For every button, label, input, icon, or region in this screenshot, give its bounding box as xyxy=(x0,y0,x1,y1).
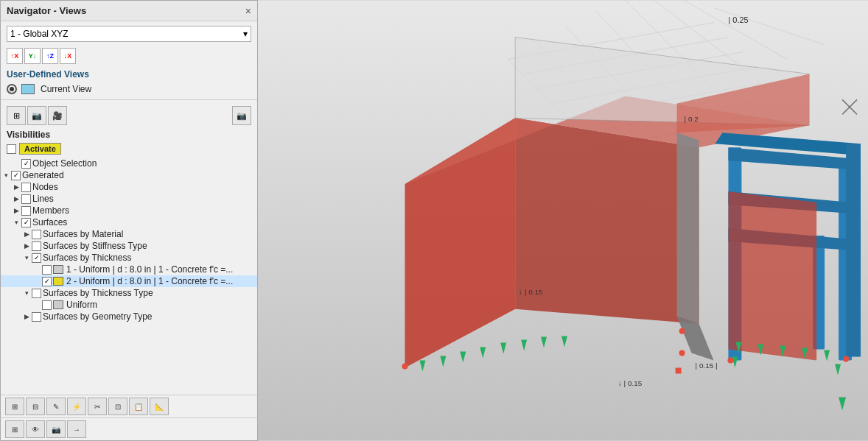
checkbox-surf-by-mat[interactable] xyxy=(32,230,41,239)
axis-y-btn[interactable]: Y↓ xyxy=(24,48,41,64)
swatch-uniform xyxy=(53,300,63,309)
svg-rect-60 xyxy=(676,368,682,374)
arrow-nodes[interactable]: ▶ xyxy=(11,182,21,192)
bt-btn-3[interactable]: ✎ xyxy=(46,398,66,415)
bt-btn-2[interactable]: ⊟ xyxy=(26,398,45,415)
checkbox-surf-by-geom[interactable] xyxy=(32,312,41,322)
panel-titlebar: Navigator - Views × xyxy=(1,1,257,21)
current-view-row[interactable]: Current View xyxy=(1,82,257,96)
view-selector-value: 1 - Global XYZ xyxy=(10,29,69,39)
arrow-surf-by-thick[interactable]: ▾ xyxy=(21,253,32,263)
activate-button[interactable]: Activate xyxy=(19,143,61,155)
axis-x-minus-btn[interactable]: ↓X xyxy=(60,48,76,64)
tree-item-nodes[interactable]: ▶ Nodes xyxy=(1,181,257,193)
no-arrow-thick1: ▶ xyxy=(32,264,42,275)
checkbox-generated[interactable] xyxy=(11,171,21,180)
svg-text:| 0.15 |: | 0.15 | xyxy=(696,361,718,370)
arrow-lines[interactable]: ▶ xyxy=(11,194,21,204)
current-view-label: Current View xyxy=(39,84,91,94)
label-surfaces: Surfaces xyxy=(31,217,67,227)
tree-item-generated[interactable]: ▾ Generated xyxy=(1,169,257,181)
close-button[interactable]: × xyxy=(245,6,251,16)
swatch-thick-1 xyxy=(53,265,63,274)
view-selector-chevron: ▾ xyxy=(243,29,248,39)
bt-btn-1[interactable]: ⊞ xyxy=(5,398,24,415)
bt-btn-6[interactable]: ⊡ xyxy=(108,398,127,415)
toolbar-row: ⊞ 📷 🎥 📷 xyxy=(1,103,257,128)
no-arrow-thick2: ▶ xyxy=(32,276,42,286)
bt-btn-7[interactable]: 📋 xyxy=(129,398,148,415)
label-surf-by-stiff: Surfaces by Stiffness Type xyxy=(41,241,147,251)
swatch-thick-2 xyxy=(53,277,63,286)
tree-item-surfaces[interactable]: ▾ Surfaces xyxy=(1,216,257,228)
tree-item-surf-by-geom[interactable]: ▶ Surfaces by Geometry Type xyxy=(1,311,257,322)
no-arrow-placeholder: ▶ xyxy=(11,158,21,169)
checkbox-surf-by-thick[interactable] xyxy=(32,253,41,263)
svg-text:↓ | 0.15: ↓ | 0.15 xyxy=(618,379,643,387)
arrow-surf-by-stiff[interactable]: ▶ xyxy=(21,241,32,251)
view-tool-btn-right[interactable]: 📷 xyxy=(232,106,251,125)
panel-title: Navigator - Views xyxy=(7,5,86,16)
checkbox-obj-sel[interactable] xyxy=(21,159,31,169)
checkbox-members[interactable] xyxy=(21,206,31,216)
svg-text:↓ | 0.15: ↓ | 0.15 xyxy=(519,288,543,296)
svg-rect-27 xyxy=(846,144,861,356)
tree-item-thick-2[interactable]: ▶ 2 - Uniform | d : 8.0 in | 1 - Concret… xyxy=(1,275,257,287)
tree-item-obj-sel[interactable]: ▶ Object Selection xyxy=(1,158,257,169)
svg-point-55 xyxy=(727,358,733,364)
svg-marker-31 xyxy=(728,191,816,360)
arrow-surf-by-thick-type[interactable]: ▾ xyxy=(21,288,32,298)
label-surf-by-geom: Surfaces by Geometry Type xyxy=(41,311,153,322)
tree-area[interactable]: ▶ Object Selection ▾ Generated ▶ Nodes ▶… xyxy=(1,158,257,395)
arrow-generated[interactable]: ▾ xyxy=(1,170,11,180)
bt-btn-camera[interactable]: 📷 xyxy=(46,420,66,438)
activate-row: Activate xyxy=(1,141,257,158)
view-tool-btn-2[interactable]: 📷 xyxy=(27,106,46,125)
axis-x-plus-btn[interactable]: ↑X xyxy=(7,48,23,64)
svg-point-53 xyxy=(679,328,685,334)
view-tool-btn-1[interactable]: ⊞ xyxy=(7,106,26,125)
3d-viewport[interactable]: | 0.25 | 0.2 ↓ | 0.15 ↓ | 0.15 | 0.15 | xyxy=(258,0,868,441)
arrow-surfaces[interactable]: ▾ xyxy=(11,217,21,227)
tree-item-surf-by-thick-type[interactable]: ▾ Surfaces by Thickness Type xyxy=(1,287,257,299)
view-selector-dropdown[interactable]: 1 - Global XYZ ▾ xyxy=(7,26,251,42)
label-lines: Lines xyxy=(31,194,54,204)
checkbox-surfaces[interactable] xyxy=(21,218,31,227)
bt-btn-arrow[interactable]: → xyxy=(67,420,86,438)
bt-btn-8[interactable]: 📐 xyxy=(150,398,169,415)
activate-checkbox[interactable] xyxy=(7,144,16,154)
view-tool-btn-3[interactable]: 🎥 xyxy=(48,106,67,125)
visibilities-label: Visibilities xyxy=(1,128,257,141)
label-thick-1: 1 - Uniform | d : 8.0 in | 1 - Concrete … xyxy=(65,264,233,275)
tree-item-surf-by-thick[interactable]: ▾ Surfaces by Thickness xyxy=(1,252,257,264)
checkbox-surf-by-thick-type[interactable] xyxy=(32,289,41,298)
checkbox-surf-by-stiff[interactable] xyxy=(32,241,41,251)
arrow-members[interactable]: ▶ xyxy=(11,205,21,216)
checkbox-lines[interactable] xyxy=(21,194,31,204)
tree-item-members[interactable]: ▶ Members xyxy=(1,205,257,216)
axis-z-btn[interactable]: ↑Z xyxy=(42,48,58,64)
bt-btn-4[interactable]: ⚡ xyxy=(67,398,86,415)
checkbox-nodes[interactable] xyxy=(21,183,31,192)
bt-btn-eye[interactable]: 👁 xyxy=(26,420,45,438)
tree-item-lines[interactable]: ▶ Lines xyxy=(1,193,257,205)
tree-item-thick-1[interactable]: ▶ 1 - Uniform | d : 8.0 in | 1 - Concret… xyxy=(1,264,257,275)
divider-1 xyxy=(1,99,257,100)
tree-item-uniform[interactable]: ▶ Uniform xyxy=(1,299,257,311)
bt-btn-5[interactable]: ✂ xyxy=(88,398,107,415)
bottom-toolbar-2: ⊞ 👁 📷 → xyxy=(1,417,257,440)
tree-item-surf-by-stiff[interactable]: ▶ Surfaces by Stiffness Type xyxy=(1,240,257,252)
checkbox-thick-1[interactable] xyxy=(42,265,52,275)
label-members: Members xyxy=(31,205,69,216)
user-defined-views-header: User-Defined Views xyxy=(1,67,257,82)
bt-btn-grid[interactable]: ⊞ xyxy=(5,420,24,438)
arrow-surf-by-geom[interactable]: ▶ xyxy=(21,311,32,322)
view-selector-row: 1 - Global XYZ ▾ xyxy=(1,21,257,46)
label-thick-2: 2 - Uniform | d : 8.0 in | 1 - Concrete … xyxy=(65,276,233,286)
arrow-surf-by-mat[interactable]: ▶ xyxy=(21,229,32,239)
checkbox-uniform[interactable] xyxy=(42,300,52,310)
tree-item-surf-by-mat[interactable]: ▶ Surfaces by Material xyxy=(1,228,257,240)
label-nodes: Nodes xyxy=(31,182,58,192)
current-view-radio[interactable] xyxy=(7,84,17,94)
checkbox-thick-2[interactable] xyxy=(42,277,52,286)
